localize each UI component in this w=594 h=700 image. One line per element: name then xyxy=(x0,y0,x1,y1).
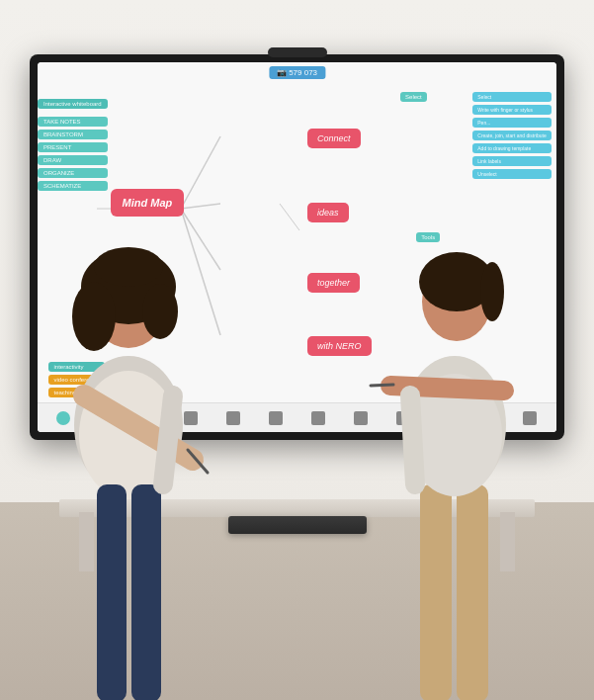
toolbar-icon-11 xyxy=(481,411,495,425)
toolbar-icon-4 xyxy=(184,411,198,425)
toolbar-icon-10 xyxy=(439,411,453,425)
desk-surface xyxy=(59,499,535,517)
right-node-write: Write with finger or stylus xyxy=(472,105,551,115)
node-together: together xyxy=(307,273,360,293)
select-label: Select xyxy=(400,92,427,102)
toolbar-icon-3 xyxy=(141,411,155,425)
right-node-unselect: Unselect xyxy=(472,169,551,179)
screen-toolbar xyxy=(38,402,556,432)
desk-leg-left xyxy=(79,512,94,571)
bottom-left-nodes: interactivity video conference teaching xyxy=(48,362,106,397)
svg-line-3 xyxy=(181,209,220,335)
left-node-brainstorm: BRAINSTORM xyxy=(38,130,108,139)
left-node-present: PRESENT xyxy=(38,142,108,152)
node-ideas: ideas xyxy=(307,203,349,222)
scene: 📷 579 073 Interactive whiteboard TAKE NO… xyxy=(0,0,594,700)
desk-leg-right xyxy=(500,512,515,571)
screen-content: 📷 579 073 Interactive whiteboard TAKE NO… xyxy=(38,62,556,432)
tv-frame: 📷 579 073 Interactive whiteboard TAKE NO… xyxy=(30,54,564,440)
svg-line-1 xyxy=(181,204,220,209)
toolbar-icon-7 xyxy=(311,411,325,425)
toolbar-icon-8 xyxy=(354,411,368,425)
svg-line-0 xyxy=(181,136,220,209)
node-teaching: teaching xyxy=(48,388,106,397)
right-node-create: Create, join, start and distribute xyxy=(472,131,551,140)
node-with: with NERO xyxy=(307,336,372,356)
tools-label: Tools xyxy=(416,232,440,242)
screen-counter: 📷 579 073 xyxy=(269,66,325,79)
right-node-add: Add to drawing template xyxy=(472,143,551,153)
tv-screen: 📷 579 073 Interactive whiteboard TAKE NO… xyxy=(38,62,556,432)
node-video: video conference xyxy=(48,375,106,385)
left-node-schematize: SCHEMATIZE xyxy=(38,181,108,191)
left-node-organize: ORGANIZE xyxy=(38,168,108,178)
toolbar-icon-6 xyxy=(269,411,283,425)
right-node-pen: Pen... xyxy=(472,118,551,128)
right-node-link: Link labels xyxy=(472,156,551,166)
node-connect: Connect xyxy=(307,129,361,148)
toolbar-icon-2 xyxy=(99,411,113,425)
mindmap-center: Mind Map xyxy=(111,189,185,217)
left-node-draw: DRAW xyxy=(38,155,108,165)
toolbar-icon-12 xyxy=(523,411,537,425)
left-nodes: Interactive whiteboard TAKE NOTES BRAINS… xyxy=(38,99,108,191)
svg-line-2 xyxy=(181,209,220,270)
toolbar-icon-1 xyxy=(56,411,70,425)
keyboard xyxy=(228,516,367,534)
right-node-select: Select xyxy=(472,92,551,102)
toolbar-icon-5 xyxy=(226,411,240,425)
node-interactivity: interactivity xyxy=(48,362,106,372)
svg-line-4 xyxy=(280,204,299,230)
left-node-takenotes: TAKE NOTES xyxy=(38,117,108,127)
tv-camera xyxy=(268,47,327,57)
left-node-interactive: Interactive whiteboard xyxy=(38,99,108,109)
toolbar-icon-9 xyxy=(396,411,410,425)
right-nodes: Select Write with finger or stylus Pen..… xyxy=(472,92,551,179)
